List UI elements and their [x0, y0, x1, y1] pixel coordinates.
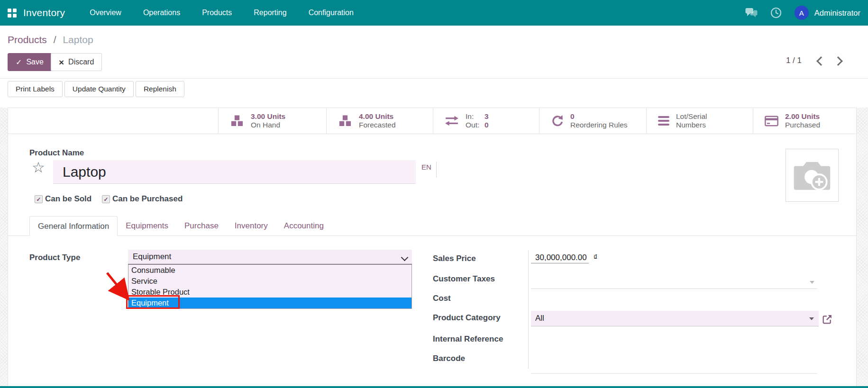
stat-button-row: 3.00 UnitsOn Hand 4.00 UnitsForecasted I… [8, 108, 856, 134]
can-be-purchased-label: Can be Purchased [112, 194, 183, 204]
cubes-icon [338, 115, 352, 127]
stat-purchased[interactable]: 2.00 UnitsPurchased [753, 108, 857, 134]
tab-accounting[interactable]: Accounting [276, 216, 332, 235]
internal-reference-label: Internal Reference [433, 334, 503, 344]
tab-equipments[interactable]: Equipments [118, 216, 176, 235]
top-menu: Overview Operations Products Reporting C… [90, 9, 354, 17]
breadcrumb-products-link[interactable]: Products [8, 34, 47, 45]
apps-menu-icon[interactable] [8, 9, 17, 18]
product-category-value: All [535, 314, 544, 323]
external-link-icon[interactable] [822, 315, 832, 324]
nav-item-overview[interactable]: Overview [90, 9, 121, 17]
tab-inventory[interactable]: Inventory [227, 216, 276, 235]
option-storable-product[interactable]: Storable Product [128, 287, 411, 298]
customer-taxes-label: Customer Taxes [433, 274, 495, 284]
barcode-label: Barcode [433, 354, 465, 363]
stat-on-hand[interactable]: 3.00 UnitsOn Hand [218, 108, 326, 134]
list-icon [658, 116, 669, 126]
action-buttons: Print Labels Update Quantity Replenish [8, 81, 184, 97]
checkbox-check-icon: ✓ [36, 196, 41, 203]
card-icon [765, 116, 778, 126]
control-panel: Products / Laptop ✓ Save × Discard 1 / 1… [0, 26, 868, 108]
breadcrumb: Products / Laptop [8, 34, 93, 45]
internal-reference-field[interactable] [531, 361, 817, 374]
nav-item-products[interactable]: Products [202, 9, 232, 17]
option-consumable[interactable]: Consumable [128, 265, 411, 276]
chevron-down-icon [401, 254, 409, 262]
option-service[interactable]: Service [128, 276, 411, 287]
favorite-star-icon[interactable]: ☆ [32, 160, 45, 175]
check-icon: ✓ [16, 58, 22, 67]
close-icon: × [59, 58, 64, 67]
activities-clock-icon[interactable] [770, 7, 782, 18]
stat-forecasted[interactable]: 4.00 UnitsForecasted [326, 108, 433, 134]
app-name[interactable]: Inventory [23, 7, 65, 18]
product-type-select[interactable]: Equipment [128, 250, 412, 264]
print-labels-button[interactable]: Print Labels [8, 81, 63, 97]
product-type-label: Product Type [29, 253, 80, 262]
sales-price-field[interactable]: 30,000,000.00₫ [531, 253, 817, 262]
divider [0, 78, 868, 79]
replenish-button[interactable]: Replenish [136, 81, 184, 97]
can-be-sold-checkbox[interactable]: ✓ [35, 195, 43, 203]
column-divider [528, 250, 529, 369]
currency-symbol: ₫ [594, 253, 598, 262]
breadcrumb-current: Laptop [63, 34, 93, 45]
product-category-label: Product Category [433, 313, 501, 323]
translation-language-badge[interactable]: EN [420, 162, 437, 178]
cubes-icon [230, 115, 244, 127]
caret-down-icon[interactable] [809, 317, 814, 320]
stat-in-out-moves[interactable]: In:3 Out:0 [433, 108, 539, 134]
product-name-input[interactable] [53, 160, 416, 184]
save-button[interactable]: ✓ Save [8, 53, 52, 71]
top-navbar: Inventory Overview Operations Products R… [0, 0, 868, 26]
messages-icon[interactable] [745, 7, 758, 18]
can-be-sold-label: Can be Sold [45, 194, 91, 204]
product-type-dropdown: Consumable Service Storable Product Equi… [128, 264, 412, 309]
product-image-upload[interactable] [786, 149, 839, 202]
tab-purchase[interactable]: Purchase [176, 216, 227, 235]
notebook-tabs: General Information Equipments Purchase … [8, 216, 856, 236]
bottom-accent-bar [0, 386, 868, 388]
option-equipment[interactable]: Equipment [128, 298, 411, 308]
caret-down-icon[interactable] [810, 281, 814, 284]
discard-button[interactable]: × Discard [51, 53, 102, 71]
can-be-purchased-checkbox[interactable]: ✓ [102, 195, 110, 203]
tab-general-information[interactable]: General Information [29, 216, 118, 236]
sales-price-label: Sales Price [433, 254, 476, 263]
breadcrumb-separator: / [54, 34, 56, 45]
sales-price-value: 30,000,000.00 [531, 253, 589, 263]
checkbox-check-icon: ✓ [103, 196, 108, 203]
camera-plus-icon [792, 159, 832, 192]
user-avatar[interactable]: A [795, 6, 809, 20]
pager-previous-icon[interactable] [816, 56, 826, 66]
user-menu[interactable]: Administrator [814, 9, 860, 18]
nav-item-reporting[interactable]: Reporting [254, 9, 286, 17]
stat-reordering-rules[interactable]: 0Reordering Rules [539, 108, 646, 134]
customer-taxes-field[interactable] [531, 276, 817, 289]
nav-item-configuration[interactable]: Configuration [309, 9, 354, 17]
nav-item-operations[interactable]: Operations [143, 9, 180, 17]
stat-lot-serial-numbers[interactable]: Lot/SerialNumbers [646, 108, 753, 134]
product-name-label: Product Name [29, 148, 84, 158]
refresh-icon [551, 115, 564, 127]
product-form-sheet: 3.00 UnitsOn Hand 4.00 UnitsForecasted I… [8, 108, 857, 388]
pager-counter: 1 / 1 [786, 56, 802, 65]
pager-next-icon[interactable] [833, 56, 843, 66]
exchange-icon [445, 116, 459, 126]
update-quantity-button[interactable]: Update Quantity [64, 81, 134, 97]
cost-label: Cost [433, 294, 451, 303]
product-category-field[interactable]: All [531, 311, 819, 326]
